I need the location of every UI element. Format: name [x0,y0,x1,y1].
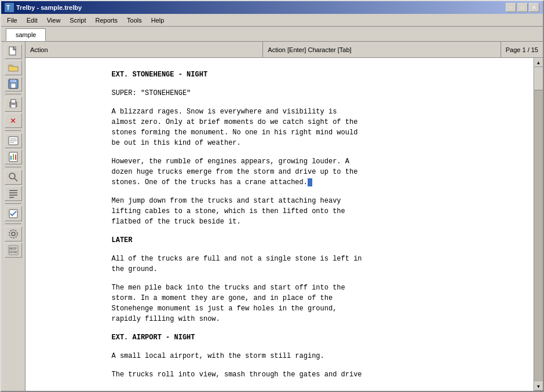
save-button[interactable] [5,76,22,91]
svg-rect-18 [13,154,14,160]
svg-rect-19 [15,155,16,160]
scrollbar-vertical[interactable]: ▲ ▼ [534,58,543,391]
svg-rect-8 [15,80,16,82]
scrollbar-thumb[interactable] [534,67,543,90]
menu-file[interactable]: File [2,14,22,26]
toolbar-sep-2 [5,130,21,131]
main-area: ✕ [1,42,543,391]
settings-button[interactable] [5,226,22,241]
title-bar-left: T Trelby - sample.trelby [5,3,82,12]
script-area: EXT. STONEHENGE - NIGHTSUPER: "STONEHENG… [25,58,543,391]
todo-button[interactable] [5,206,22,221]
svg-point-27 [12,232,15,236]
script-line: All of the trucks are full and not a sin… [112,254,448,274]
page-section: Page 1 / 15 [501,42,543,57]
script-line: A small local airport, with the storm st… [112,351,448,361]
minimize-button[interactable]: – [506,3,516,12]
page-info: Page 1 / 15 [506,46,538,53]
title-bar: T Trelby - sample.trelby – □ ✕ [1,1,543,14]
close-button[interactable]: ✕ [529,3,539,12]
script-inner: EXT. STONEHENGE - NIGHTSUPER: "STONEHENG… [106,69,454,380]
svg-text:T: T [6,5,10,11]
script-content[interactable]: EXT. STONEHENGE - NIGHTSUPER: "STONEHENG… [25,58,534,391]
svg-rect-7 [11,83,16,88]
svg-rect-6 [10,79,16,83]
svg-rect-11 [11,105,16,108]
script-line: The men pile back into the trucks and st… [112,283,448,324]
menu-tools[interactable]: Tools [122,14,147,26]
tab-bar: sample [1,27,543,42]
element-type-section: Action [25,42,263,57]
window-title: Trelby - sample.trelby [16,4,82,11]
menu-help[interactable]: Help [147,14,169,26]
script-line: The trucks roll into view, smash through… [112,369,448,380]
menu-view[interactable]: View [42,14,65,26]
script-line: SUPER: "STONEHENGE" [112,88,448,98]
title-controls: – □ ✕ [506,3,539,12]
toolbar-sep-4 [5,203,21,204]
svg-rect-17 [10,156,12,160]
search-button[interactable] [5,170,22,185]
keyboard-hint: Action [Enter] Character [Tab] [268,46,351,53]
text-cursor [308,178,312,186]
main-window: T Trelby - sample.trelby – □ ✕ File Edit… [0,0,544,392]
script-line: A blizzard rages. Snow is everywhere and… [112,107,448,148]
scroll-up-arrow[interactable]: ▲ [534,58,543,67]
svg-point-20 [9,173,15,179]
maximize-button[interactable]: □ [517,3,528,12]
svg-rect-10 [11,100,16,103]
scrollbar-track[interactable] [534,67,543,382]
new-button[interactable] [5,44,22,59]
script-line: EXT. STONEHENGE - NIGHT [112,69,448,80]
status-bar: Action Action [Enter] Character [Tab] Pa… [25,42,543,58]
delete-button[interactable]: ✕ [5,113,22,128]
menu-bar: File Edit View Script Reports Tools Help [1,14,543,27]
menu-edit[interactable]: Edit [22,14,42,26]
svg-text:GH: GH [13,251,17,254]
hint-section: Action [Enter] Character [Tab] [263,42,501,57]
toolbar-sep-1 [5,94,21,94]
list-button[interactable] [5,186,22,201]
print-button[interactable] [5,97,22,112]
svg-point-28 [9,230,17,238]
menu-reports[interactable]: Reports [90,14,122,26]
toolbar: ✕ [1,42,25,391]
element-type: Action [30,46,48,53]
script-line: However, the rumble of engines appears, … [112,156,448,188]
scroll-down-arrow[interactable]: ▼ [534,382,543,391]
menu-script[interactable]: Script [65,14,90,26]
toolbar-sep-5 [5,224,21,224]
svg-text:CD: CD [9,251,13,254]
content-area: Action Action [Enter] Character [Tab] Pa… [25,42,543,391]
app-icon: T [5,3,14,12]
info-button[interactable]: AB CD EF GH [5,243,22,258]
script-line: EXT. AIRPORT - NIGHT [112,332,448,343]
svg-rect-2 [9,47,16,55]
open-button[interactable] [5,60,22,75]
spell-button[interactable] [5,133,22,148]
svg-line-21 [14,178,17,181]
script-line: LATER [112,235,448,246]
report-button[interactable] [5,149,22,164]
tab-sample[interactable]: sample [6,28,46,41]
toolbar-sep-3 [5,167,21,167]
script-line: Men jump down from the trucks and start … [112,196,448,227]
